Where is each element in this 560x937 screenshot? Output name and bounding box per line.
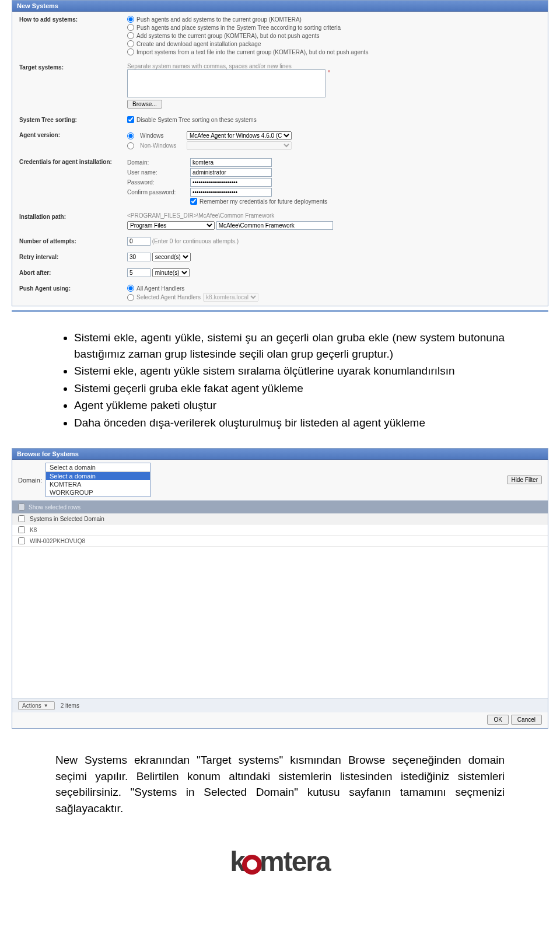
system-row-1-checkbox[interactable] — [18, 526, 25, 533]
attempts-input[interactable] — [127, 237, 150, 246]
domain-opt-2[interactable]: KOMTERA — [46, 480, 150, 488]
cred-user-label: User name: — [127, 169, 186, 176]
domain-current: Select a domain — [46, 463, 150, 472]
label-how-to-add: How to add systems: — [19, 15, 127, 56]
install-path-value: <PROGRAM_FILES_DIR>\McAfee\Common Framew… — [127, 212, 541, 219]
agent-nonwindows-select — [187, 141, 292, 150]
required-marker: * — [328, 69, 330, 76]
ok-button[interactable]: OK — [487, 715, 508, 725]
show-selected-row: Show selected rows — [12, 501, 548, 513]
row-target-systems: Target systems: Separate system names wi… — [12, 60, 548, 112]
howto-opt-2[interactable] — [127, 24, 134, 31]
label-target: Target systems: — [19, 63, 127, 109]
retry-input[interactable] — [127, 253, 150, 261]
system-row-2[interactable]: WIN-002PKHOVUQ8 — [12, 536, 548, 547]
label-abort: Abort after: — [19, 268, 127, 277]
system-row-2-checkbox[interactable] — [18, 537, 25, 544]
label-push-using: Push Agent using: — [19, 284, 127, 302]
show-selected-checkbox[interactable] — [18, 504, 25, 511]
attempts-hint: (Enter 0 for continuous attempts.) — [152, 238, 239, 244]
target-systems-input[interactable] — [127, 69, 326, 97]
cred-domain-label: Domain: — [127, 159, 186, 166]
howto-opt-1-label: Push agents and add systems to the curre… — [136, 16, 302, 23]
domain-row: Domain: Select a domain Select a domain … — [12, 460, 548, 501]
howto-opt-1[interactable] — [127, 16, 134, 23]
cred-user-input[interactable] — [190, 168, 272, 177]
retry-unit-select[interactable]: second(s) — [152, 253, 191, 261]
howto-opt-4-label: Create and download agent installation p… — [136, 41, 261, 47]
cred-domain-input[interactable] — [190, 158, 272, 167]
cred-pass-input[interactable] — [190, 178, 272, 187]
push-selected-label: Selected Agent Handlers — [136, 294, 201, 300]
label-retry: Retry interval: — [19, 253, 127, 261]
agent-nonwindows-radio[interactable] — [127, 142, 134, 149]
cred-pass-label: Password: — [127, 179, 186, 186]
row-install-path: Installation path: <PROGRAM_FILES_DIR>\M… — [12, 209, 548, 233]
label-attempts: Number of attempts: — [19, 237, 127, 246]
domain-opt-1[interactable]: Select a domain — [46, 472, 150, 480]
panel2-title: Browse for Systems — [12, 449, 548, 460]
abort-input[interactable] — [127, 268, 150, 277]
row-agent-version: Agent version: Windows McAfee Agent for … — [12, 127, 548, 154]
logo-ring-icon — [242, 855, 262, 875]
remember-credentials-checkbox[interactable] — [190, 198, 197, 205]
doc-bullet-section: Sistemi ekle, agentı yükle, sistemi şu a… — [55, 330, 505, 431]
systems-header-label: Systems in Selected Domain — [30, 516, 104, 522]
doc-bullet-3: Sistemi geçerli gruba ekle fakat agent y… — [74, 380, 505, 397]
install-path-input[interactable] — [216, 221, 333, 230]
cred-confirm-label: Confirm password: — [127, 189, 186, 195]
label-sorting: System Tree sorting: — [19, 116, 127, 124]
systems-empty-area — [12, 547, 548, 698]
row-push-using: Push Agent using: All Agent Handlers Sel… — [12, 281, 548, 306]
agent-windows-radio[interactable] — [127, 132, 134, 139]
hint-target: Separate system names with commas, space… — [127, 63, 541, 69]
system-row-1[interactable]: K8 — [12, 525, 548, 536]
abort-unit-select[interactable]: minute(s) — [152, 268, 190, 277]
remember-credentials-label: Remember my credentials for future deplo… — [200, 198, 327, 205]
label-agent-version: Agent version: — [19, 131, 127, 151]
row-retry: Retry interval: second(s) — [12, 249, 548, 265]
agent-windows-select[interactable]: McAfee Agent for Windows 4.6.0 (Current) — [187, 131, 292, 140]
push-all-radio[interactable] — [127, 285, 134, 292]
show-selected-label: Show selected rows — [29, 504, 80, 511]
push-all-label: All Agent Handlers — [136, 285, 184, 292]
cancel-button[interactable]: Cancel — [511, 715, 542, 725]
logo-wrap: kmtera — [55, 845, 505, 877]
disable-sorting-checkbox[interactable] — [127, 116, 134, 123]
select-all-checkbox[interactable] — [18, 515, 25, 522]
push-selected-radio[interactable] — [127, 294, 134, 301]
divider-strip — [12, 310, 548, 312]
doc-bullet-2: Sistemi ekle, agentı yükle sistem sırala… — [74, 363, 505, 379]
disable-sorting-label: Disable System Tree sorting on these sys… — [136, 117, 257, 123]
domain-select[interactable]: Select a domain Select a domain KOMTERA … — [46, 463, 150, 497]
agent-windows-label: Windows — [140, 132, 181, 139]
browse-button[interactable]: Browse... — [127, 100, 162, 109]
row-how-to-add: How to add systems: Push agents and add … — [12, 12, 548, 60]
actions-button[interactable]: Actions ▼ — [18, 701, 55, 710]
chevron-down-icon: ▼ — [44, 703, 48, 708]
row-attempts: Number of attempts: (Enter 0 for continu… — [12, 233, 548, 249]
items-count: 2 items — [61, 702, 79, 709]
install-path-select[interactable]: Program Files — [127, 221, 215, 230]
howto-opt-3[interactable] — [127, 32, 134, 39]
howto-opt-3-label: Add systems to the current group (KOMTER… — [136, 33, 320, 39]
cred-confirm-input[interactable] — [190, 188, 272, 197]
howto-opt-5[interactable] — [127, 48, 134, 55]
hide-filter-button[interactable]: Hide Filter — [507, 476, 542, 484]
systems-header-row: Systems in Selected Domain — [12, 513, 548, 525]
system-row-2-label: WIN-002PKHOVUQ8 — [30, 538, 85, 544]
actions-label: Actions — [22, 702, 41, 709]
doc-bullet-5: Daha önceden dışa-verilerek oluşturulmuş… — [74, 415, 505, 431]
doc-bullet-4: Agent yükleme paketi oluştur — [74, 397, 505, 414]
domain-label: Domain: — [18, 477, 42, 484]
push-selected-select: k8.komtera.local — [203, 293, 258, 302]
howto-opt-4[interactable] — [127, 40, 134, 47]
new-systems-panel: New Systems How to add systems: Push age… — [12, 0, 548, 306]
komtera-logo: kmtera — [230, 845, 330, 877]
domain-opt-3[interactable]: WORKGROUP — [46, 488, 150, 497]
doc-bullet-1: Sistemi ekle, agentı yükle, sistemi şu a… — [74, 330, 505, 362]
row-credentials: Credentials for agent installation: Doma… — [12, 154, 548, 209]
panel-title: New Systems — [12, 1, 548, 12]
howto-opt-5-label: Import systems from a text file into the… — [136, 49, 368, 55]
panel2-footer: Actions ▼ 2 items — [12, 698, 548, 712]
